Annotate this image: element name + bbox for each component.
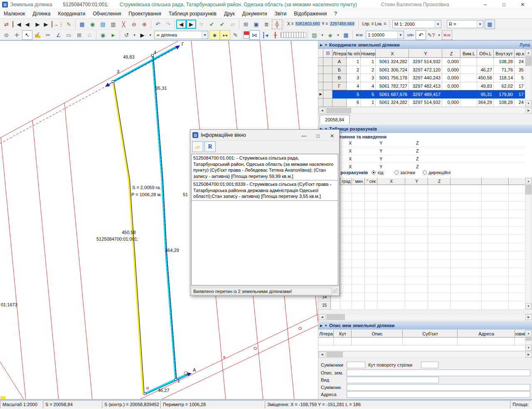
- calc-grid-row[interactable]: 1: [318, 185, 525, 193]
- dialog-close-button[interactable]: ✕: [325, 131, 339, 141]
- calc-column-header[interactable]: Z: [428, 177, 451, 185]
- close-button[interactable]: ✕: [513, 0, 532, 9]
- select-arrow-icon[interactable]: ↖: [22, 30, 32, 40]
- coords-column-header[interactable]: Обч.L: [477, 49, 494, 58]
- collapse-icon[interactable]: ▶: [320, 43, 323, 47]
- help-dropdown-icon[interactable]: ▾: [436, 30, 442, 40]
- scroll-right-icon[interactable]: ▶: [525, 108, 532, 113]
- zoom-window-icon[interactable]: ⊙: [1, 30, 12, 40]
- desc-column-header[interactable]: Кут: [334, 330, 352, 338]
- scroll-left-icon[interactable]: ◀: [319, 314, 325, 320]
- calc-grid-row[interactable]: 11: [318, 268, 525, 276]
- search-map-icon[interactable]: ◉: [87, 20, 98, 29]
- goto-point-icon[interactable]: →⋮: [53, 20, 64, 29]
- check-first-icon[interactable]: ✔: [207, 20, 217, 29]
- menu-item[interactable]: Проектування: [125, 10, 165, 17]
- scroll-right-icon[interactable]: ▶: [525, 352, 532, 357]
- calc-column-header[interactable]: [509, 177, 525, 185]
- intersection-list-item[interactable]: 5125084700:01:001:8339 - Струмківська сі…: [192, 180, 338, 201]
- calc-grid-row[interactable]: 3: [318, 202, 525, 210]
- zoom-in-icon[interactable]: ⊕: [139, 20, 150, 29]
- coords-pick-icon[interactable]: ✍: [32, 30, 43, 40]
- undo-icon[interactable]: ↶: [153, 20, 163, 29]
- hatch-dropdown-icon[interactable]: ▾: [320, 30, 325, 40]
- coords-column-header[interactable]: Y: [409, 49, 442, 58]
- nav-first-icon[interactable]: ▏◀: [12, 20, 22, 29]
- calc-grid-row[interactable]: 12: [318, 276, 525, 285]
- scroll-down-icon[interactable]: ▼: [525, 345, 532, 351]
- cut-node-icon[interactable]: ✂: [43, 30, 53, 40]
- menu-item[interactable]: Координати: [54, 10, 89, 17]
- converge-icon[interactable]: ▸◂: [220, 30, 230, 40]
- menu-item[interactable]: Відображення: [290, 10, 330, 17]
- m10-red-icon[interactable]: М:10: [442, 30, 452, 40]
- open-folder-icon[interactable]: ▱: [192, 141, 203, 152]
- desc-panel-header[interactable]: ▶ ▼ Опис меж земельної ділянки: [318, 321, 532, 330]
- calc-grid-row[interactable]: 7: [318, 235, 525, 243]
- calc-hscroll[interactable]: ◀ ▶: [318, 314, 532, 320]
- coords-column-header[interactable]: Літера: [332, 49, 347, 58]
- crosshair-box-icon[interactable]: ╬: [272, 20, 282, 29]
- menu-item[interactable]: Звіти: [271, 10, 291, 17]
- coords-table-row[interactable]: Г445061 782,7273297 482,4130,00049,8362,…: [318, 82, 525, 91]
- desc-column-header[interactable]: ровий: [515, 330, 525, 338]
- radius-combo[interactable]: R =▼: [447, 20, 483, 28]
- desc-column-header[interactable]: Опис: [352, 330, 403, 338]
- coords-hscroll[interactable]: ◀ ▶: [318, 107, 532, 114]
- calc-column-header[interactable]: '' сек: [365, 177, 377, 185]
- calc-grid-row[interactable]: 2: [318, 193, 525, 202]
- scroll-up-icon[interactable]: ▲: [525, 330, 532, 336]
- type-field[interactable]: [347, 377, 439, 383]
- coords-table-row[interactable]: 615061 324,2823297 514,9320,000364,29108…: [318, 99, 525, 107]
- nav-next-icon[interactable]: ▶: [32, 20, 43, 29]
- menu-item[interactable]: Ділянка: [29, 10, 54, 17]
- play-mode-icon[interactable]: ▶: [137, 30, 148, 40]
- coords-vscroll[interactable]: ▲ ▼: [525, 49, 532, 107]
- chevron-down-icon[interactable]: ▼: [477, 20, 483, 28]
- nav-last-icon[interactable]: ▶▕: [43, 20, 53, 29]
- nav-prev-icon[interactable]: ◀: [22, 20, 32, 29]
- coords-panel-header[interactable]: ▶ ▼ Координати земельної ділянки Лупа: [318, 41, 532, 49]
- eye-icon[interactable]: ◉: [209, 30, 220, 40]
- calc-mode-radio[interactable]: хід: [372, 170, 383, 175]
- flag-icon[interactable]: [244, 31, 249, 39]
- area-tab[interactable]: 20058,84: [320, 115, 350, 124]
- scale-reset-icon[interactable]: 125×: [405, 30, 416, 40]
- dialog-minimize-button[interactable]: —: [297, 131, 311, 141]
- desc-hscroll[interactable]: ◀ ▶: [318, 351, 532, 358]
- draw-help-icon[interactable]: ✎?: [426, 30, 436, 40]
- layers-icon[interactable]: ▤: [98, 20, 108, 29]
- area-rect-icon[interactable]: ⊞: [74, 30, 84, 40]
- menu-item[interactable]: ?: [330, 10, 341, 17]
- menu-item[interactable]: Документи: [239, 10, 271, 17]
- refresh-view-icon[interactable]: ↺: [121, 30, 132, 40]
- calc-column-header[interactable]: Y: [405, 177, 428, 185]
- search-object-icon[interactable]: ◉: [98, 30, 108, 40]
- desc-vscroll[interactable]: ▲ ▼: [525, 330, 532, 351]
- calc-column-header[interactable]: X: [377, 177, 405, 185]
- coords-column-header[interactable]: ир.к: [515, 49, 525, 58]
- hatch-outline-dropdown-icon[interactable]: ▾: [335, 30, 341, 40]
- coords-table-row[interactable]: В335061 756,1783297 440,2430,000450,5811…: [318, 74, 525, 82]
- minimize-button[interactable]: –: [476, 0, 495, 9]
- calc-grid-row[interactable]: 6: [318, 227, 525, 235]
- dropdown-icon[interactable]: ▼: [324, 324, 328, 328]
- coords-table-row[interactable]: ▶555061 687,6763297 489,41795,31179,8017: [318, 90, 525, 99]
- desc-column-header[interactable]: Адреса: [458, 330, 515, 338]
- redo-icon[interactable]: ↷: [163, 20, 173, 29]
- calc-column-header[interactable]: ' мин.: [352, 177, 365, 185]
- check-last-icon[interactable]: ✔: [217, 20, 227, 29]
- menu-item[interactable]: Обчислення: [89, 10, 125, 17]
- pan-icon[interactable]: ✛: [12, 30, 22, 40]
- calc-mode-radio[interactable]: дирекційні: [423, 170, 451, 175]
- calc-grid-row[interactable]: 8: [318, 243, 525, 251]
- resize-grip[interactable]: [333, 288, 338, 294]
- desc-column-header[interactable]: Літера: [318, 330, 334, 338]
- calc-column-header[interactable]: град: [340, 177, 352, 185]
- coords-column-header[interactable]: Вим.L: [461, 49, 477, 58]
- layer-combo[interactable]: ▰ ділянка▼: [154, 31, 208, 39]
- coords-table-row[interactable]: А115061 324,2823297 514,9320,000108,2824: [318, 58, 525, 66]
- menu-item[interactable]: Малюнок: [0, 10, 29, 17]
- calc-grid-row[interactable]: 13: [318, 285, 525, 293]
- snap-cross-icon[interactable]: ╂: [270, 30, 281, 40]
